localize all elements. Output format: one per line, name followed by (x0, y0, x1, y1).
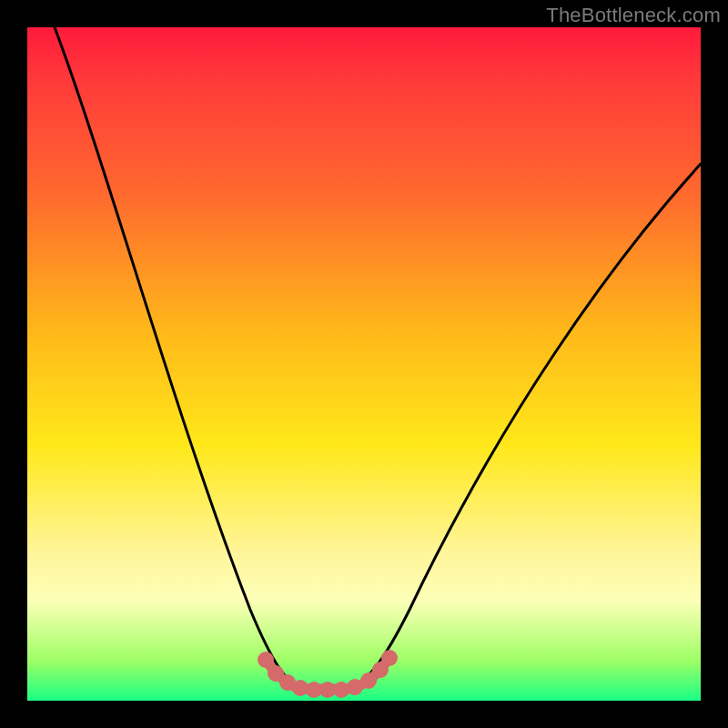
svg-point-0 (258, 652, 274, 668)
watermark-text: TheBottleneck.com (546, 4, 721, 27)
flat-minimum-markers (258, 650, 398, 698)
outer-frame: TheBottleneck.com (0, 0, 728, 728)
svg-point-6 (333, 682, 349, 698)
bottleneck-curve (55, 27, 701, 688)
svg-point-10 (381, 650, 398, 666)
bottleneck-curve-svg (27, 27, 701, 701)
